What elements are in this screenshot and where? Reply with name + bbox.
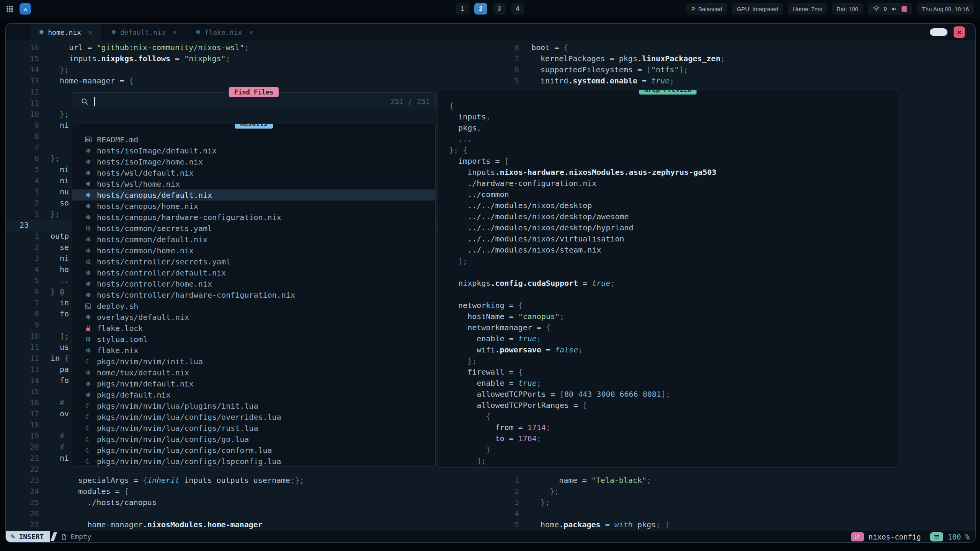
- code-line: 8boot = {: [512, 42, 975, 53]
- result-item[interactable]: ☾pkgs/nvim/nvim/init.lua: [72, 356, 435, 367]
- code-text: #: [51, 442, 64, 453]
- result-item[interactable]: ❄hosts/wsl/home.nix: [72, 178, 435, 189]
- line-number: 17: [6, 408, 51, 419]
- result-label: hosts/isoImage/home.nix: [97, 157, 203, 166]
- result-label: home/tux/default.nix: [97, 368, 189, 377]
- result-item[interactable]: ❄hosts/canopus/home.nix: [72, 201, 435, 212]
- toml-file-icon: ⚙: [84, 336, 92, 343]
- code-line: 10 };: [6, 109, 512, 120]
- result-item[interactable]: ☾pkgs/nvim/nvim/lua/configs/lspconfig.lu…: [72, 456, 435, 467]
- window-close-button[interactable]: ×: [954, 26, 965, 38]
- result-item[interactable]: README.md: [72, 134, 435, 145]
- lua-file-icon: ☾: [84, 413, 92, 421]
- result-item[interactable]: ☾pkgs/nvim/nvim/lua/configs/conform.lua: [72, 445, 435, 456]
- result-item[interactable]: ❄overlays/default.nix: [72, 311, 435, 323]
- notification-badge[interactable]: 0: [884, 6, 887, 12]
- code-line: 4: [512, 508, 975, 519]
- result-item[interactable]: ❄hosts/canopus/hardware-configuration.ni…: [72, 212, 435, 223]
- code-line: allowedTCPPorts = [80 443 3000 6666 8081…: [449, 389, 898, 400]
- result-label: pkgs/nvim/nvim/lua/configs/overrides.lua: [97, 412, 281, 422]
- result-item[interactable]: ❄hosts/isoImage/home.nix: [72, 156, 435, 167]
- lock-file-icon: [84, 325, 92, 331]
- find-files-prompt[interactable]: Find Files 251 / 251: [72, 92, 436, 110]
- code-line: {: [449, 411, 898, 422]
- app-launcher-icon[interactable]: [6, 5, 13, 13]
- result-item[interactable]: ⚙stylua.toml: [72, 334, 435, 345]
- result-item[interactable]: ❄hosts/controller/hardware-configuration…: [72, 289, 435, 300]
- desktop: 1234 P: BalancedGPU: IntegratedHome: 7ms…: [0, 0, 980, 551]
- line-number: 4: [6, 175, 51, 186]
- line-number: 15: [6, 386, 51, 397]
- result-item[interactable]: ❄pkgs/nvim/default.nix: [72, 378, 435, 389]
- result-label: pkgs/nvim/nvim/lua/configs/lspconfig.lua: [97, 457, 281, 466]
- result-item[interactable]: ⚙hosts/common/secrets.yaml: [72, 223, 435, 234]
- toggle-pill-icon[interactable]: [930, 28, 947, 36]
- workspace-button-1[interactable]: 1: [456, 3, 469, 15]
- result-item[interactable]: deploy.sh: [72, 300, 435, 311]
- tab-close-icon[interactable]: ×: [249, 28, 253, 36]
- tab-close-icon[interactable]: ×: [88, 28, 92, 36]
- nix-file-icon: ❄: [84, 191, 92, 199]
- result-item[interactable]: ☾pkgs/nvim/nvim/lua/configs/rust.lua: [72, 422, 435, 434]
- statusline-separator: [51, 532, 57, 541]
- code-line: 16 url = "github:nix-community/nixos-wsl…: [6, 42, 512, 53]
- workspace-button-3[interactable]: 3: [493, 3, 506, 15]
- tab-default.nix[interactable]: ❄default.nix×: [101, 24, 186, 41]
- tab-flake.nix[interactable]: ❄flake.nix×: [186, 24, 262, 41]
- result-item[interactable]: ❄hosts/controller/default.nix: [72, 267, 435, 278]
- result-item[interactable]: ❄hosts/isoImage/default.nix: [72, 145, 435, 156]
- code-text: fo: [51, 308, 69, 320]
- result-item[interactable]: ❄hosts/canopus/default.nix: [72, 189, 435, 201]
- result-label: hosts/common/default.nix: [97, 235, 207, 244]
- result-item[interactable]: ☾pkgs/nvim/nvim/lua/configs/overrides.lu…: [72, 411, 435, 422]
- result-item[interactable]: ❄pkgs/default.nix: [72, 389, 435, 400]
- result-item[interactable]: ❄hosts/controller/home.nix: [72, 278, 435, 289]
- code-line: allowedTCPPortRanges = [: [449, 400, 898, 411]
- workspace-button-2[interactable]: 2: [474, 3, 487, 15]
- line-number: 25: [6, 497, 51, 508]
- code-text: us: [51, 342, 69, 353]
- distro-logo-icon[interactable]: [20, 3, 31, 15]
- result-item[interactable]: ❄hosts/common/default.nix: [72, 234, 435, 245]
- result-item[interactable]: ❄hosts/wsl/default.nix: [72, 167, 435, 178]
- wifi-icon[interactable]: [873, 5, 880, 12]
- result-label: hosts/canopus/home.nix: [97, 202, 198, 211]
- result-item[interactable]: ☾pkgs/nvim/nvim/lua/plugins/init.lua: [72, 400, 435, 411]
- scroll-percent: 100 %: [948, 533, 970, 541]
- result-label: hosts/controller/default.nix: [97, 268, 226, 277]
- code-line: 15 inputs.nixpkgs.follows = "nixpkgs";: [6, 53, 512, 64]
- code-text: supportedFilesystems = ["ntfs"];: [521, 64, 688, 75]
- topbar-left: [6, 3, 31, 15]
- result-item[interactable]: ❄hosts/common/home.nix: [72, 245, 435, 256]
- nix-file-icon: ❄: [84, 347, 92, 354]
- code-line: hostName = "canopus";: [449, 311, 898, 322]
- code-text: ov: [51, 408, 69, 419]
- result-item[interactable]: ⚙hosts/controller/secrets.yaml: [72, 256, 435, 267]
- result-label: hosts/wsl/default.nix: [97, 168, 194, 178]
- tab-home.nix[interactable]: ❄home.nix×: [29, 24, 101, 41]
- result-item[interactable]: flake.lock: [72, 323, 435, 334]
- workspace-button-4[interactable]: 4: [511, 3, 524, 15]
- code-text: home.packages = with pkgs; [: [521, 519, 670, 530]
- result-item[interactable]: ☾pkgs/nvim/nvim/lua/configs/go.lua: [72, 434, 435, 445]
- find-files-title: Find Files: [229, 87, 279, 97]
- line-number: 11: [6, 98, 51, 109]
- line-number: 6: [6, 153, 51, 164]
- result-item[interactable]: ❄home/tux/default.nix: [72, 367, 435, 378]
- volume-icon[interactable]: [891, 6, 897, 12]
- code-line: inputs,: [449, 111, 898, 122]
- line-number: 5: [6, 164, 51, 175]
- code-line: {: [449, 100, 898, 111]
- line-number: 8: [6, 308, 51, 320]
- code-text: inputs,: [449, 111, 490, 122]
- tab-close-icon[interactable]: ×: [173, 28, 177, 36]
- screen-record-icon[interactable]: [902, 6, 907, 12]
- code-text: from = 1714;: [449, 422, 550, 433]
- nix-file-icon: ❄: [84, 147, 92, 155]
- code-text: ni: [51, 253, 69, 264]
- code-text: fo: [51, 375, 69, 386]
- line-number: 3: [512, 497, 521, 508]
- result-item[interactable]: ❄flake.nix: [72, 345, 435, 356]
- code-text: home-manager = {: [51, 75, 134, 86]
- result-counter: 251 / 251: [390, 97, 430, 106]
